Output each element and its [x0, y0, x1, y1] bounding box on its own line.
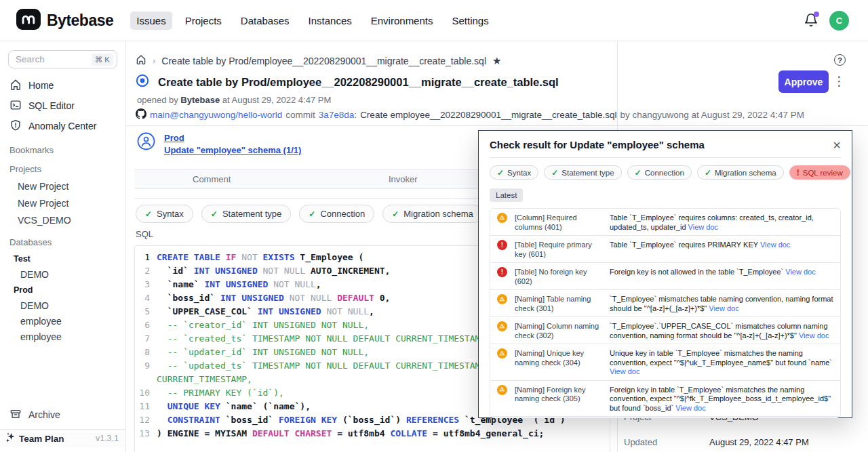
view-doc-link[interactable]: View doc — [675, 404, 705, 412]
approve-button[interactable]: Approve — [778, 70, 829, 93]
view-doc-link[interactable]: View doc — [760, 241, 790, 249]
view-doc-link[interactable]: View doc — [688, 223, 718, 231]
side-panel-field: UpdatedAugust 29, 2022 4:47 PM — [624, 437, 848, 448]
nav-item-projects[interactable]: Projects — [179, 12, 228, 30]
view-doc-link[interactable]: View doc — [610, 367, 639, 375]
line-number: 12 — [135, 413, 157, 427]
view-doc-link[interactable]: View doc — [785, 268, 815, 276]
view-doc-link[interactable]: View doc — [709, 304, 738, 312]
top-navbar: Bytebase IssuesProjectsDatabasesInstance… — [0, 0, 868, 41]
check-rule-name: [Naming] Column naming check (302) — [515, 321, 610, 340]
line-number: 3 — [135, 278, 157, 291]
archive-icon — [9, 408, 22, 422]
check-rule-name: [Naming] Foreign key naming check (305) — [515, 384, 610, 404]
check-badge-statement-type[interactable]: ✓Statement type — [544, 165, 621, 180]
view-doc-link[interactable]: View doc — [799, 331, 829, 340]
check-badge-connection[interactable]: ✓Connection — [627, 165, 692, 180]
check-rule-name: [Table] No foreign key (602) — [515, 266, 610, 286]
check-badge-label: Migration schema — [715, 169, 776, 177]
nav-item-instances[interactable]: Instances — [302, 12, 358, 30]
issue-meta: opened by Bytebase at August 29, 2022 4:… — [137, 95, 331, 105]
kebab-menu-icon[interactable]: ⋮ — [833, 73, 846, 89]
severity-cell: ⚠ — [497, 384, 515, 395]
sidebar-database-item[interactable]: employee — [0, 313, 125, 329]
commit-branch-link[interactable]: main@changyuwong/hello-world — [150, 110, 282, 120]
home-icon[interactable] — [136, 54, 146, 67]
error-icon: ! — [497, 267, 507, 277]
warning-icon: ⚠ — [497, 321, 507, 331]
sidebar-item-anomaly-center[interactable]: Anomaly Center — [0, 116, 125, 136]
field-value: August 29, 2022 4:47 PM — [709, 437, 809, 447]
notification-dot — [814, 12, 819, 17]
severity-cell: ! — [497, 266, 515, 277]
search-box[interactable]: ⌘ K — [8, 50, 117, 68]
column-header-comment: Comment — [193, 170, 231, 189]
help-icon[interactable]: ? — [834, 54, 846, 66]
brand-name: Bytebase — [47, 12, 113, 30]
check-badge-migration-schema[interactable]: ✓Migration schema — [697, 165, 784, 180]
stage-task-link[interactable]: Update "employee" schema (1/1) — [164, 145, 301, 155]
check-badge-label: Statement type — [561, 169, 614, 177]
notification-bell-icon[interactable] — [804, 13, 818, 28]
check-badge-statement-type[interactable]: ✓Statement type — [201, 205, 292, 223]
line-number: 13 — [135, 427, 157, 440]
check-badge-syntax[interactable]: ✓Syntax — [490, 165, 538, 180]
check-description: Table `T_Employee` requires PRIMARY KEY … — [610, 239, 833, 250]
left-sidebar: ⌘ K HomeSQL EditorAnomaly Center Bookmar… — [0, 41, 126, 452]
commit-suffix: by changyuwong at August 29, 2022 4:47 P… — [620, 110, 804, 120]
environment-label: Prod — [0, 282, 125, 297]
code-line: 13) ENGINE = MYISAM DEFAULT CHARSET = ut… — [135, 427, 610, 440]
stage-env-link[interactable]: Prod — [164, 133, 301, 143]
check-icon: ✓ — [551, 168, 558, 178]
check-badge-connection[interactable]: ✓Connection — [299, 205, 374, 223]
close-icon[interactable]: × — [833, 140, 841, 150]
check-result-modal: Check result for Update "employee" schem… — [478, 130, 852, 418]
code-text: ) ENGINE = MYISAM DEFAULT CHARSET = utf8… — [157, 427, 610, 440]
commit-hash-link[interactable]: 3a7e8da: — [319, 110, 357, 120]
bookmark-star-icon[interactable]: ★ — [492, 55, 501, 67]
line-number: 11 — [135, 400, 157, 413]
column-header-invoker: Invoker — [389, 170, 418, 189]
check-description: `T_Employee` mismatches table naming con… — [610, 293, 833, 313]
check-result-row: ⚠[Naming] Table naming check (301)`T_Emp… — [490, 290, 840, 317]
field-label: Updated — [624, 437, 657, 447]
breadcrumb: › Create table by Prod/employee__2022082… — [136, 54, 501, 67]
sidebar-item-label: Anomaly Center — [28, 121, 96, 131]
nav-item-databases[interactable]: Databases — [235, 12, 296, 30]
nav-item-environments[interactable]: Environments — [365, 12, 439, 30]
warning-icon: ⚠ — [497, 385, 507, 395]
nav-item-settings[interactable]: Settings — [446, 12, 494, 30]
sidebar-project-item[interactable]: VCS_DEMO — [0, 211, 125, 228]
user-avatar[interactable]: C — [829, 11, 849, 30]
sidebar-database-item[interactable]: employee — [0, 329, 125, 344]
sidebar-item-sql-editor[interactable]: SQL Editor — [0, 96, 125, 116]
latest-button[interactable]: Latest — [490, 188, 523, 202]
check-badge-migration-schema[interactable]: ✓Migration schema — [382, 205, 483, 223]
sidebar-database-item[interactable]: DEMO — [0, 297, 125, 313]
sidebar-project-item[interactable]: New Project — [0, 194, 125, 211]
check-icon: ✓ — [497, 168, 504, 178]
check-badge-syntax[interactable]: ✓Syntax — [136, 205, 193, 223]
check-icon: ✓ — [145, 209, 152, 219]
team-plan-bar[interactable]: Team Plan v1.3.1 — [0, 429, 125, 447]
plan-label: Team Plan — [19, 434, 64, 444]
sidebar-project-item[interactable]: New Project — [0, 178, 125, 194]
check-result-row: ⚠[Naming] Unique key naming check (304)U… — [490, 344, 840, 381]
check-icon: ✓ — [392, 209, 399, 219]
check-badge-sql-review[interactable]: !SQL review — [789, 165, 850, 180]
severity-cell: ⚠ — [497, 212, 515, 223]
search-input[interactable] — [16, 54, 77, 64]
check-result-row: "CREATE TABLE IF NOT EXISTS T_Employee (… — [490, 417, 840, 418]
sidebar-item-archive[interactable]: Archive — [0, 405, 125, 425]
sidebar-database-item[interactable]: DEMO — [0, 266, 125, 282]
severity-cell: ! — [497, 239, 515, 250]
sidebar-item-home[interactable]: Home — [0, 75, 125, 96]
bytebase-logo[interactable]: Bytebase — [16, 9, 113, 33]
nav-item-issues[interactable]: Issues — [130, 12, 172, 30]
line-number: 6 — [135, 319, 157, 332]
archive-label: Archive — [28, 409, 60, 420]
warning-icon: ⚠ — [497, 213, 507, 223]
breadcrumb-link[interactable]: Create table by Prod/employee__202208290… — [161, 56, 486, 66]
check-result-row: ![Table] Require primary key (601)Table … — [490, 236, 840, 263]
check-badge-label: Connection — [645, 169, 684, 177]
